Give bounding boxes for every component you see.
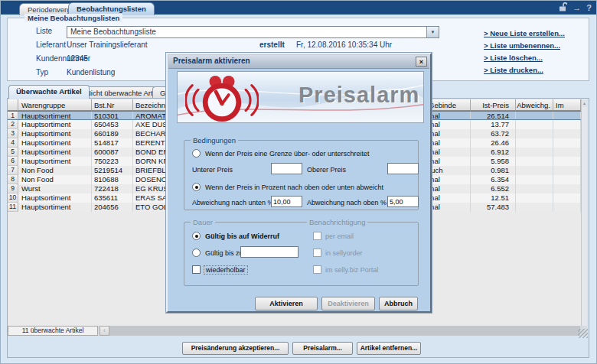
per-email-label: per email (325, 232, 354, 240)
cell-warengruppe: Hauptsortiment (18, 138, 92, 148)
radio-prozent[interactable] (192, 183, 201, 191)
radio-grenze[interactable] (192, 149, 201, 158)
dropdown-arrow-icon[interactable]: ▼ (426, 27, 439, 37)
deaktivieren-button: Deaktivieren (321, 297, 375, 310)
cell-abweichg (516, 175, 553, 184)
link-liste-umbenennen[interactable]: > Liste umbenennen... (484, 41, 560, 50)
wiederholbar-label[interactable]: wiederholbar (204, 265, 248, 275)
header-imlimit[interactable]: Im Limit? (553, 99, 581, 111)
cell-imlimit (553, 166, 581, 175)
cell-num: 10 (8, 193, 18, 203)
scroll-left-icon[interactable]: ‹ (100, 326, 109, 336)
link-neue-liste[interactable]: > Neue Liste erstellen... (484, 29, 565, 37)
cell-istpreis: 26.46 (471, 138, 516, 148)
oberer-preis-label: Oberer Preis (307, 166, 346, 174)
cell-istpreis: 12.51 (471, 193, 516, 203)
cell-bstnr: 514817 (92, 138, 133, 148)
dauer-fieldset: Dauer Benachrichtigung Gültig bis auf Wi… (184, 222, 419, 286)
cell-bstnr: 204656 (92, 203, 133, 212)
panel-title: Meine Beobachtungslisten (24, 14, 122, 22)
dauer-legend: Dauer (191, 218, 215, 226)
scroll-up-icon[interactable]: ▲ (582, 100, 587, 107)
cell-abweichg (516, 157, 553, 166)
erstellt-value: Fr, 12.08.2016 10:35:34 Uhr (296, 41, 392, 49)
cell-imlimit (553, 157, 581, 166)
status-badge: 11 überwachte Artikel (8, 326, 98, 336)
aktivieren-button[interactable]: Aktivieren (255, 297, 318, 310)
tab-ueberwachte-artikel[interactable]: Überwachte Artikel (8, 85, 90, 99)
abweichung-unten-input[interactable] (271, 196, 302, 207)
liste-dropdown[interactable]: Meine Beobachtungsliste ▼ (67, 26, 439, 38)
in-sellyorder-label: in sellyorder (325, 249, 363, 257)
cell-imlimit (553, 112, 581, 119)
typ-label: Typ (36, 68, 48, 76)
radio-grenze-label: Wenn der Preis eine Grenze über- oder un… (205, 150, 369, 158)
cell-num: 6 (8, 157, 18, 166)
lieferant-value: Unser Trainingslieferant (67, 41, 148, 49)
cell-imlimit (553, 120, 581, 129)
cell-num: 4 (8, 138, 18, 148)
lieferant-label: Lieferant (36, 41, 66, 49)
header-bstnr[interactable]: Bst.Nr (92, 99, 133, 111)
cell-warengruppe: Wurst (18, 184, 92, 193)
cell-warengruppe: Hauptsortiment (18, 193, 92, 203)
cell-istpreis: 6.354 (471, 175, 516, 184)
app-window: Periodenvergleich Beobachtungslisten → ?… (0, 0, 597, 364)
cell-imlimit (553, 203, 581, 212)
cell-num: 3 (8, 129, 18, 138)
cell-abweichg (516, 203, 553, 212)
cell-imlimit (553, 148, 581, 157)
cell-num: 7 (8, 166, 18, 175)
header-abweichg[interactable]: Abweichg. % (516, 99, 553, 111)
cell-bstnr: 750223 (92, 157, 133, 166)
cell-istpreis: 57.483 (471, 203, 516, 212)
unterer-preis-input[interactable] (271, 163, 302, 174)
selly-biz-portal-label: im selly.biz Portal (325, 266, 378, 274)
selly-biz-portal-checkbox (313, 265, 321, 274)
preisalarm-dialog: Preisalarm aktivieren × Preisala (166, 53, 432, 313)
benachrichtigung-legend: Benachrichtigung (307, 218, 367, 226)
preisaenderung-akzeptieren-button[interactable]: Preisänderung akzeptieren... (182, 342, 289, 355)
abweichung-oben-input[interactable] (387, 196, 419, 207)
link-liste-loeschen[interactable]: > Liste löschen... (484, 54, 543, 62)
cell-bstnr: 635611 (92, 193, 133, 203)
close-icon[interactable]: × (416, 57, 427, 67)
artikel-entfernen-button[interactable]: Artikel entfernen... (357, 342, 421, 355)
unlock-icon[interactable] (559, 2, 567, 14)
cell-istpreis: 13.77 (471, 120, 516, 129)
radio-bis-zum[interactable] (192, 249, 201, 257)
cell-istpreis: 0.981 (471, 166, 516, 175)
alarm-clock-icon (185, 73, 259, 123)
link-liste-drucken[interactable]: > Liste drucken... (484, 66, 543, 74)
bis-zum-input[interactable] (240, 246, 298, 258)
cell-warengruppe: Hauptsortiment (18, 157, 92, 166)
resize-grip[interactable] (578, 329, 588, 338)
horizontal-scrollbar[interactable] (109, 326, 580, 336)
vertical-scrollbar[interactable]: ▲ (581, 99, 587, 326)
preisalarm-banner: Preisalarm (177, 71, 424, 123)
dialog-titlebar[interactable]: Preisalarm aktivieren × (168, 55, 429, 69)
cell-bstnr: 600087 (92, 148, 133, 157)
cell-imlimit (553, 129, 581, 138)
help-icon[interactable]: ? (586, 2, 592, 13)
cell-bstnr: 722418 (92, 184, 133, 193)
header-istpreis[interactable]: Ist-Preis (471, 99, 516, 111)
cell-warengruppe: Hauptsortiment (18, 112, 92, 119)
oberer-preis-input[interactable] (387, 163, 419, 174)
wiederholbar-checkbox[interactable] (192, 265, 201, 274)
forward-arrow-icon[interactable]: → (573, 2, 581, 13)
cell-warengruppe: Non Food (18, 175, 92, 184)
radio-widerruf-label: Gültig bis auf Widerruf (205, 232, 279, 240)
header-warengruppe[interactable]: Warengruppe (18, 99, 92, 111)
per-email-checkbox (313, 232, 321, 240)
cell-istpreis: 5.958 (471, 157, 516, 166)
radio-widerruf[interactable] (192, 232, 201, 240)
titlebar-icons: → ? (559, 2, 592, 13)
bedingungen-legend: Bedingungen (191, 136, 238, 145)
liste-dropdown-value: Meine Beobachtungsliste (70, 27, 156, 37)
in-sellyorder-checkbox (313, 249, 321, 257)
preisalarm-button[interactable]: Preisalarm... (292, 342, 353, 355)
abbruch-button[interactable]: Abbruch (379, 297, 418, 310)
cell-imlimit (553, 138, 581, 148)
dialog-title: Preisalarm aktivieren (173, 57, 250, 65)
